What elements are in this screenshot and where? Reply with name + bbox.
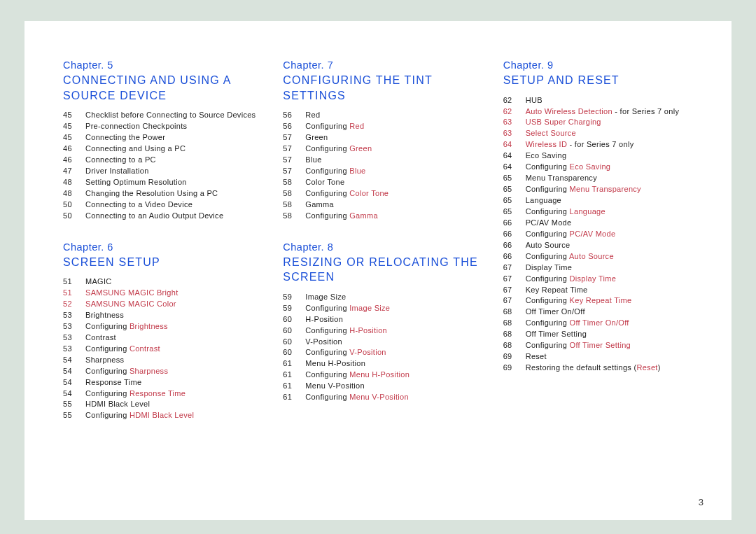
toc-entry-text: Menu Transparency (526, 173, 704, 184)
toc-entry[interactable]: 54Response Time (63, 377, 263, 388)
toc-entry[interactable]: 68Configuring Off Timer On/Off (503, 318, 704, 329)
toc-entry[interactable]: 66PC/AV Mode (503, 218, 704, 229)
toc-entry-text: Display Time (526, 262, 704, 274)
toc-page-num: 67 (503, 285, 526, 296)
toc-entry[interactable]: 60Configuring V-Position (283, 347, 483, 358)
chapter-number: Chapter. 7 (283, 59, 483, 71)
toc-entry[interactable]: 60H-Position (283, 314, 483, 325)
toc-page-num: 62 (503, 95, 526, 106)
toc-entry-text: Brightness (85, 310, 263, 321)
toc-entry[interactable]: 60Configuring H-Position (283, 325, 483, 337)
toc-entry[interactable]: 68Off Timer Setting (503, 329, 704, 340)
toc-page-num: 55 (63, 399, 85, 410)
toc-entry[interactable]: 50Connecting to an Audio Output Device (63, 211, 263, 222)
toc-entry[interactable]: 67Display Time (503, 262, 704, 274)
toc-entry[interactable]: 56Red (283, 110, 483, 121)
toc-entry-text: Key Repeat Time (526, 285, 704, 296)
toc-entry-text: PC/AV Mode (526, 218, 704, 229)
toc-entry[interactable]: 68Off Timer On/Off (503, 307, 704, 318)
toc-entry[interactable]: 57Green (283, 132, 483, 143)
toc-page-num: 63 (503, 117, 526, 128)
toc-entry[interactable]: 67Configuring Key Repeat Time (503, 295, 704, 307)
toc-entry[interactable]: 53Configuring Brightness (63, 321, 263, 332)
toc-entry[interactable]: 54Configuring Sharpness (63, 366, 263, 377)
toc-entry[interactable]: 58Configuring Color Tone (283, 188, 483, 199)
toc-page-num: 59 (283, 303, 305, 314)
toc-entry[interactable]: 69Reset (503, 351, 704, 363)
toc-entry[interactable]: 66Configuring Auto Source (503, 251, 704, 262)
toc-entry[interactable]: 58Configuring Gamma (283, 211, 483, 222)
toc-entry[interactable]: 67Configuring Display Time (503, 274, 704, 285)
toc-entry[interactable]: 58Color Tone (283, 177, 483, 188)
toc-entry[interactable]: 59Image Size (283, 292, 483, 303)
toc-entry[interactable]: 56Configuring Red (283, 121, 483, 132)
toc-page-num: 64 (503, 150, 526, 162)
toc-page-num: 53 (63, 321, 85, 332)
toc-entry[interactable]: 64Configuring Eco Saving (503, 162, 704, 173)
toc-page-num: 54 (63, 355, 85, 366)
toc-entry-text: Configuring Off Timer Setting (526, 340, 704, 351)
toc-entry[interactable]: 46Connecting and Using a PC (63, 143, 263, 155)
toc-entry[interactable]: 50Connecting to a Video Device (63, 199, 263, 211)
toc-entry[interactable]: 62Auto Wireless Detection - for Series 7… (503, 106, 704, 118)
toc-entry[interactable]: 65Configuring Menu Transparency (503, 184, 704, 195)
toc-entry[interactable]: 65Menu Transparency (503, 173, 704, 184)
toc-entry-text: Wireless ID - for Series 7 only (526, 139, 704, 150)
toc-entry[interactable]: 57Configuring Green (283, 143, 483, 155)
toc-entry[interactable]: 61Configuring Menu V-Position (283, 392, 483, 403)
toc-entry[interactable]: 60V-Position (283, 337, 483, 348)
toc-entry[interactable]: 63USB Super Charging (503, 117, 704, 128)
toc-page-num: 54 (63, 377, 85, 388)
toc-entry[interactable]: 51MAGIC (63, 276, 263, 288)
toc-entry[interactable]: 48Changing the Resolution Using a PC (63, 188, 263, 199)
toc-entry[interactable]: 52SAMSUNG MAGIC Color (63, 299, 263, 310)
toc-entry[interactable]: 58Gamma (283, 199, 483, 211)
toc-entry[interactable]: 64Wireless ID - for Series 7 only (503, 139, 704, 150)
toc-entry[interactable]: 48Setting Optimum Resolution (63, 177, 263, 188)
toc-page-num: 57 (283, 166, 305, 177)
toc-page-num: 68 (503, 340, 526, 351)
toc-entry[interactable]: 55Configuring HDMI Black Level (63, 410, 263, 421)
toc-entry[interactable]: 47Driver Installation (63, 166, 263, 177)
toc-entry-text: Configuring Menu H-Position (305, 370, 483, 381)
toc-entry[interactable]: 68Configuring Off Timer Setting (503, 340, 704, 351)
toc-entry[interactable]: 67Key Repeat Time (503, 285, 704, 296)
toc-entry[interactable]: 65Configuring Language (503, 206, 704, 218)
toc-page-num: 58 (283, 199, 305, 211)
toc-entry[interactable]: 54Configuring Response Time (63, 388, 263, 400)
toc-entry[interactable]: 59Configuring Image Size (283, 303, 483, 314)
toc-entry-text: Auto Source (526, 240, 704, 251)
toc-entry[interactable]: 65Language (503, 195, 704, 206)
toc-entry[interactable]: 55HDMI Black Level (63, 399, 263, 410)
toc-entry[interactable]: 61Configuring Menu H-Position (283, 370, 483, 381)
toc-entry[interactable]: 54Sharpness (63, 355, 263, 366)
toc-entry-text: Eco Saving (526, 150, 704, 162)
toc-entry[interactable]: 66Configuring PC/AV Mode (503, 229, 704, 240)
toc-entry[interactable]: 53Brightness (63, 310, 263, 321)
toc-page-num: 69 (503, 363, 526, 374)
toc-entry-text: Pre-connection Checkpoints (85, 121, 263, 132)
page-number: 3 (699, 497, 704, 507)
toc-entry[interactable]: 45Checklist before Connecting to Source … (63, 110, 263, 121)
toc-entry[interactable]: 53Contrast (63, 332, 263, 344)
toc-entry[interactable]: 46Connecting to a PC (63, 155, 263, 166)
toc-page-num: 50 (63, 211, 85, 222)
toc-entry[interactable]: 45Connecting the Power (63, 132, 263, 143)
toc-entry[interactable]: 45Pre-connection Checkpoints (63, 121, 263, 132)
toc-entry[interactable]: 61Menu V-Position (283, 381, 483, 392)
toc-entry-text: Configuring Color Tone (305, 188, 483, 199)
toc-page-num: 68 (503, 318, 526, 329)
toc-entry-text: Configuring V-Position (305, 347, 483, 358)
toc-entry[interactable]: 57Configuring Blue (283, 166, 483, 177)
toc-entry[interactable]: 51SAMSUNG MAGIC Bright (63, 288, 263, 299)
toc-entry[interactable]: 62HUB (503, 95, 704, 106)
toc-entry[interactable]: 53Configuring Contrast (63, 344, 263, 355)
toc-entry[interactable]: 61Menu H-Position (283, 358, 483, 370)
toc-page-num: 68 (503, 329, 526, 340)
toc-entry-text: Green (305, 132, 483, 143)
toc-entry[interactable]: 64Eco Saving (503, 150, 704, 162)
toc-entry[interactable]: 66Auto Source (503, 240, 704, 251)
toc-entry[interactable]: 69Restoring the default settings (Reset) (503, 363, 704, 374)
toc-entry[interactable]: 57Blue (283, 155, 483, 166)
toc-entry[interactable]: 63Select Source (503, 128, 704, 139)
